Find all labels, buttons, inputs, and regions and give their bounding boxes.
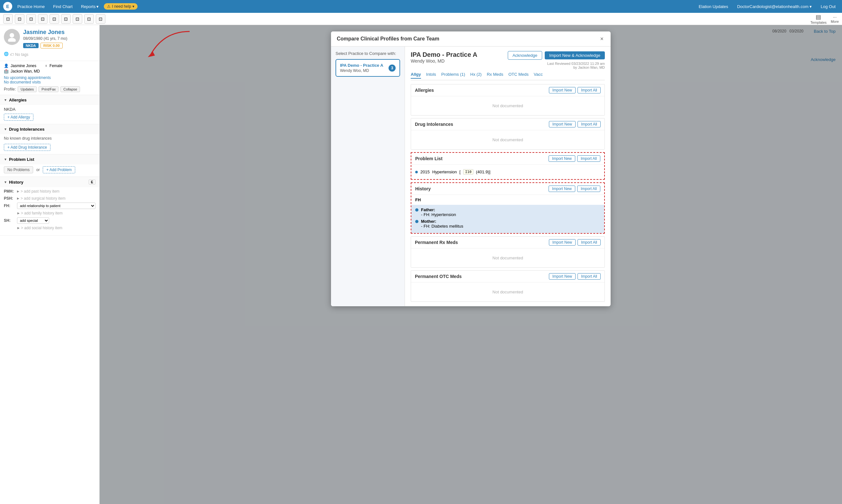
sh-placeholder: > add social history item	[21, 226, 62, 230]
drug-intolerances-import-all-button[interactable]: Import All	[578, 121, 601, 127]
history-import-all-button[interactable]: Import All	[577, 185, 600, 192]
problem-list-import-new-button[interactable]: Import New	[549, 155, 575, 162]
pmh-input[interactable]: ▶ > add past history item	[17, 188, 59, 194]
tab-allgy[interactable]: Allgy	[411, 72, 421, 79]
nav-practice-home[interactable]: Practice Home	[14, 3, 48, 10]
risk-badge: RISK 0.00	[40, 43, 63, 49]
fh-input[interactable]: ▶ > add family history item	[17, 210, 63, 216]
toolbar-btn-2[interactable]: ⊡	[15, 14, 24, 24]
print-fax-button[interactable]: Print/Fax	[38, 86, 58, 92]
reports-dropdown-icon: ▾	[97, 4, 99, 9]
tab-intols[interactable]: Intols	[426, 72, 436, 79]
drug-intolerances-section: ▼ Drug Intolerances No known drug intole…	[0, 124, 99, 155]
allergies-import-all-button[interactable]: Import All	[578, 87, 601, 93]
last-reviewed: Last Reviewed 03/23/2022 11:29 am by Jac…	[547, 61, 605, 69]
drug-intolerances-section-title: Drug Intolerances	[415, 122, 453, 127]
fh-subsection-label: FH	[411, 195, 604, 205]
tab-rxmeds[interactable]: Rx Meds	[487, 72, 503, 79]
code-bracket-open: [	[460, 169, 461, 174]
perm-rx-meds-import-all-button[interactable]: Import All	[578, 239, 601, 246]
perm-otc-meds-import-new-button[interactable]: Import New	[549, 273, 575, 280]
perm-rx-meds-import-new-button[interactable]: Import New	[549, 239, 575, 246]
patient-name[interactable]: Jasmine Jones	[23, 29, 96, 36]
fh-father-detail: - FH: Hypertension	[421, 212, 456, 217]
allergies-arrow: ▼	[4, 98, 7, 102]
patient-avatar	[4, 29, 20, 45]
right-main: Back to Top 08/2020 03/2020 Acknowledge …	[100, 25, 842, 504]
drug-intolerances-import-new-button[interactable]: Import New	[549, 121, 575, 127]
practice-card-doctor: Wendy Woo, MD	[340, 68, 389, 73]
modal-overlay: Compare Clinical Profiles from Care Team…	[100, 25, 842, 504]
toolbar-btn-7[interactable]: ⊡	[73, 14, 82, 24]
app-logo[interactable]: E	[3, 2, 12, 11]
top-navigation: E Practice Home Find Chart Reports ▾ ⚠ I…	[0, 0, 842, 13]
toolbar-btn-5[interactable]: ⊡	[50, 14, 59, 24]
no-tags: 🏷 No tags	[10, 52, 28, 57]
problem-dot	[415, 171, 418, 173]
allergies-modal-section: Allergies Import New Import All Not docu…	[411, 84, 605, 115]
nav-logout[interactable]: Log Out	[818, 3, 839, 10]
add-allergy-button[interactable]: + Add Allergy	[4, 114, 33, 121]
nav-elation-updates[interactable]: Elation Updates	[695, 3, 732, 10]
or-text: or	[36, 167, 40, 172]
nav-reports[interactable]: Reports ▾	[78, 3, 102, 10]
history-modal-section: History Import New Import All FH	[411, 182, 605, 234]
psh-input[interactable]: ▶ > add surgical history item	[17, 196, 66, 201]
drug-intolerances-not-documented: Not documented	[415, 133, 601, 146]
no-problems-button[interactable]: No Problems	[4, 166, 33, 173]
fh-expand-icon: ▶	[17, 212, 20, 215]
toolbar-btn-6[interactable]: ⊡	[61, 14, 71, 24]
toolbar-btn-8[interactable]: ⊡	[84, 14, 94, 24]
user-dropdown-icon: ▾	[810, 4, 812, 9]
toolbar-btn-1[interactable]: ⊡	[3, 14, 13, 24]
history-import-new-button[interactable]: Import New	[549, 185, 575, 192]
practice-card-name: IPA Demo - Practice A	[340, 63, 389, 68]
nav-find-chart[interactable]: Find Chart	[50, 3, 76, 10]
perm-rx-meds-not-documented: Not documented	[415, 252, 601, 264]
svg-point-0	[10, 33, 14, 38]
nav-user-email[interactable]: DoctorCardiologist@elationhealth.com ▾	[734, 3, 815, 10]
nkda-badge: NKDA	[23, 43, 38, 48]
import-acknowledge-button[interactable]: Import New & Acknowledge	[545, 51, 605, 59]
modal-left-panel: Select Practice to Compare with: IPA Dem…	[331, 47, 405, 306]
fh-item-father: Father: - FH: Hypertension	[415, 208, 600, 217]
nav-help[interactable]: ⚠ I need help ▾	[104, 3, 137, 10]
toolbar-btn-3[interactable]: ⊡	[27, 14, 36, 24]
history-expand-btn[interactable]: E	[89, 179, 96, 185]
more-button[interactable]: ··· More	[831, 15, 839, 23]
tab-hx[interactable]: Hx (2)	[470, 72, 481, 79]
select-practice-label: Select Practice to Compare with:	[336, 51, 400, 56]
tab-problems[interactable]: Problems (1)	[441, 72, 465, 79]
collapse-button[interactable]: Collapse	[61, 86, 80, 92]
toolbar-btn-9[interactable]: ⊡	[96, 14, 105, 24]
drug-intolerances-header[interactable]: ▼ Drug Intolerances	[0, 124, 99, 134]
allergies-import-new-button[interactable]: Import New	[549, 87, 575, 93]
fh-father-dot	[415, 208, 418, 212]
problem-list-modal-section: Problem List Import New Import All 2015	[411, 152, 605, 180]
fh-father-label: Father:	[421, 208, 435, 212]
templates-button[interactable]: ▤ Templates	[809, 14, 828, 24]
tab-otcmeds[interactable]: OTC Meds	[509, 72, 529, 79]
updates-button[interactable]: Updates	[18, 86, 37, 92]
allergies-header[interactable]: ▼ Allergies	[0, 95, 99, 105]
no-appointments-link[interactable]: No upcoming appointments	[4, 75, 51, 80]
modal-close-button[interactable]: ×	[599, 36, 605, 42]
history-header[interactable]: ▼ History E	[0, 177, 99, 187]
add-drug-button[interactable]: + Add Drug Intolerance	[4, 144, 50, 151]
problem-list-header[interactable]: ▼ Problem List	[0, 155, 99, 164]
toolbar-btn-4[interactable]: ⊡	[38, 14, 48, 24]
no-visits-link[interactable]: No documented visits	[4, 80, 41, 85]
patient-header: Jasmine Jones 08/09/1980 (41 yrs, 7 mo) …	[0, 25, 99, 61]
problem-list-import-all-button[interactable]: Import All	[577, 155, 600, 162]
person-icon: 👤	[4, 64, 9, 68]
practice-card[interactable]: IPA Demo - Practice A Wendy Woo, MD 3	[336, 59, 400, 77]
tab-vacc[interactable]: Vacc	[534, 72, 543, 79]
add-problem-button[interactable]: + Add Problem	[43, 166, 75, 173]
arrow-annotation	[132, 28, 196, 67]
acknowledge-button[interactable]: Acknowledge	[508, 51, 542, 60]
sh-select[interactable]: add special	[17, 217, 49, 224]
perm-otc-meds-import-all-button[interactable]: Import All	[578, 273, 601, 280]
patient-sex: Female	[50, 64, 62, 68]
sh-input[interactable]: ▶ > add social history item	[17, 225, 62, 231]
fh-select[interactable]: add relationship to patient	[17, 202, 96, 209]
